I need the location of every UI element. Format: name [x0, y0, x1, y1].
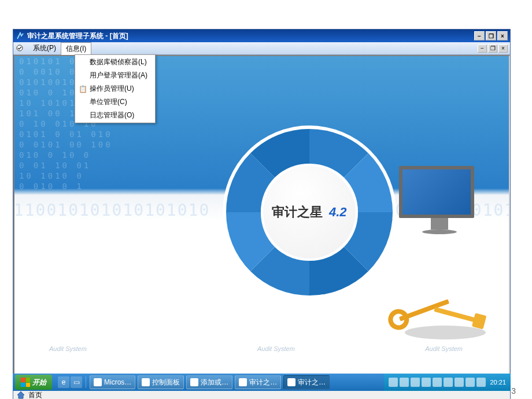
info-dropdown-menu: 数据库锁侦察器(L) 用户登录管理器(A) 📋 操作员管理(U) 单位管理(C)…: [75, 54, 156, 123]
taskbar: 开始 e ▭ Micros… 控制面板 添加或… 审计之… 审计之… 20:21: [13, 374, 511, 391]
menu-item-label: 单位管理(C): [90, 97, 127, 107]
menu-item-label: 用户登录管理器(A): [90, 71, 147, 80]
menubar: 系统(P) 信息(I) − ❐ ×: [13, 42, 510, 55]
menu-info[interactable]: 信息(I): [61, 42, 91, 55]
menu-item-log-manager[interactable]: 日志管理器(O): [76, 109, 154, 122]
window-title: 审计之星系统管理子系统 - [首页]: [27, 31, 474, 41]
status-label: 首页: [28, 390, 42, 399]
operator-icon: 📋: [78, 84, 87, 94]
product-wheel: 审计之星 4.2: [223, 125, 396, 299]
menu-system[interactable]: 系统(P): [28, 42, 61, 54]
task-button-audit-1[interactable]: 审计之…: [235, 375, 281, 389]
start-button[interactable]: 开始: [15, 375, 52, 390]
svg-rect-5: [472, 313, 487, 329]
task-label: 审计之…: [298, 378, 326, 387]
minimize-button[interactable]: −: [474, 31, 485, 40]
blank-icon: [78, 58, 87, 67]
tray-icon[interactable]: [444, 378, 453, 387]
mdi-close-button[interactable]: ×: [498, 45, 508, 53]
tray-icon[interactable]: [411, 378, 420, 387]
tray-icon[interactable]: [476, 378, 486, 387]
titlebar[interactable]: 审计之星系统管理子系统 - [首页] − ❐ ×: [13, 29, 510, 42]
svg-point-1: [405, 326, 486, 339]
tray-icon[interactable]: [466, 378, 475, 387]
tray-icon[interactable]: [389, 378, 398, 387]
page-number: 3: [511, 386, 516, 396]
app-icon: [239, 378, 247, 386]
clock[interactable]: 20:21: [490, 379, 506, 386]
tray-icon[interactable]: [433, 378, 442, 387]
app-icon: [16, 31, 25, 40]
menubar-app-icon: [16, 44, 25, 53]
task-label: 添加或…: [201, 378, 228, 387]
task-label: 审计之…: [249, 378, 277, 387]
menu-item-operator-management[interactable]: 📋 操作员管理(U): [76, 82, 154, 95]
task-button-audit-2[interactable]: 审计之…: [283, 375, 330, 389]
watermark-left: Audit System: [49, 345, 87, 352]
wheel-center: 审计之星 4.2: [263, 166, 356, 258]
quick-launch-ie-icon[interactable]: e: [58, 376, 69, 388]
monitor-graphic: [399, 166, 480, 235]
quick-launch-desktop-icon[interactable]: ▭: [71, 376, 82, 388]
system-tray: 20:21: [384, 374, 511, 391]
menu-item-user-login-manager[interactable]: 用户登录管理器(A): [76, 69, 154, 82]
watermark-right: Audit System: [425, 345, 463, 352]
menu-item-label: 日志管理器(O): [90, 110, 134, 120]
window-controls-inner: − ❐ ×: [478, 45, 508, 53]
menu-item-label: 操作员管理(U): [90, 84, 134, 94]
status-home-icon: [17, 391, 26, 400]
menu-item-unit-management[interactable]: 单位管理(C): [76, 95, 154, 109]
task-label: Micros…: [104, 378, 131, 386]
product-name: 审计之星: [272, 205, 323, 219]
restore-button[interactable]: ❐: [486, 31, 496, 40]
tray-icon[interactable]: [400, 378, 409, 387]
task-label: 控制面板: [152, 378, 180, 387]
watermark-mid: Audit System: [257, 345, 295, 352]
blank-icon: [78, 98, 87, 107]
task-button-control-panel[interactable]: 控制面板: [138, 375, 184, 389]
windows-logo-icon: [21, 378, 30, 387]
menu-item-db-lock-detector[interactable]: 数据库锁侦察器(L): [76, 56, 154, 69]
product-version: 4.2: [329, 205, 347, 219]
quick-launch: e ▭: [54, 376, 86, 388]
app-icon: [190, 378, 198, 386]
svg-point-3: [388, 309, 409, 330]
tools-graphic: [376, 298, 492, 346]
blank-icon: [78, 111, 87, 120]
svg-rect-4: [434, 307, 479, 323]
start-label: 开始: [32, 378, 46, 387]
tray-icon[interactable]: [422, 378, 431, 387]
blank-icon: [78, 71, 87, 80]
app-icon: [142, 378, 150, 386]
mdi-restore-button[interactable]: ❐: [488, 45, 497, 53]
task-button-micros[interactable]: Micros…: [90, 375, 135, 389]
task-button-add-remove[interactable]: 添加或…: [186, 375, 232, 389]
menu-item-label: 数据库锁侦察器(L): [90, 57, 147, 67]
window-controls-outer: − ❐ ×: [474, 31, 508, 40]
close-button[interactable]: ×: [497, 31, 508, 40]
app-icon: [94, 378, 102, 386]
mdi-minimize-button[interactable]: −: [478, 45, 487, 53]
app-icon: [287, 378, 295, 386]
tray-icon[interactable]: [455, 378, 464, 387]
